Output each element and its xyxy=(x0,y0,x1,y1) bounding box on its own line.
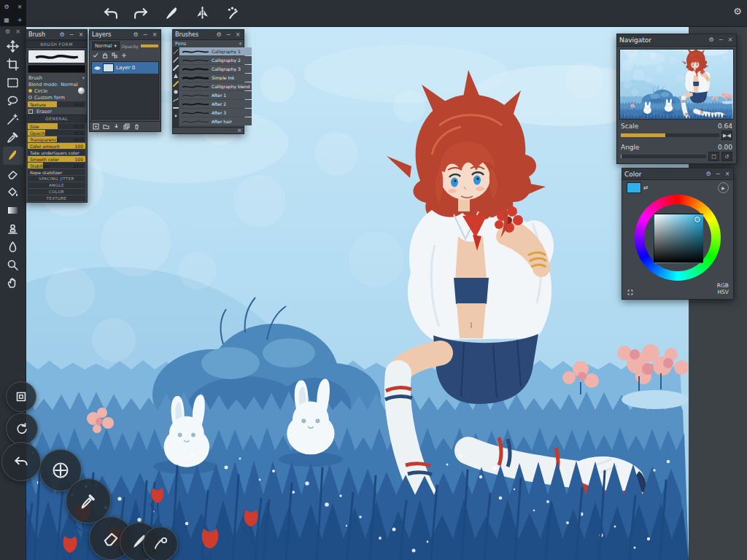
eraser-option[interactable]: Eraser xyxy=(26,108,87,114)
layer-row[interactable]: Layer 0 xyxy=(92,62,158,74)
opacity-slider[interactable]: Opacity30.0 xyxy=(28,130,85,136)
layer-opacity-slider[interactable] xyxy=(141,44,158,47)
brush-preset[interactable]: After 3 xyxy=(179,109,252,117)
move-lock-icon[interactable] xyxy=(121,52,127,58)
smooth-color-slider[interactable]: Smooth color100 xyxy=(28,156,85,162)
minimize-icon[interactable]: − xyxy=(714,171,721,177)
crop-marks-icon[interactable] xyxy=(627,289,634,296)
color-wheel[interactable] xyxy=(635,195,721,281)
plus-icon[interactable]: + xyxy=(18,17,23,23)
pen-icon[interactable] xyxy=(173,65,179,71)
brush-panel-header[interactable]: Brush ⚙−× xyxy=(26,30,87,40)
color-amount-slider[interactable]: Color amount100 xyxy=(28,143,85,149)
brushes-panel-header[interactable]: Brushes ⚙−× xyxy=(173,30,244,40)
take-underlayers-toggle[interactable]: Take underlayers color xyxy=(28,149,85,155)
alpha-lock-icon[interactable] xyxy=(112,52,117,58)
pen-icon[interactable] xyxy=(173,49,179,55)
brush-settings-quick-button[interactable] xyxy=(143,526,178,560)
gear-icon[interactable]: ⚙ xyxy=(58,32,66,38)
tool-gradient[interactable] xyxy=(3,201,23,219)
brush-preset[interactable]: Calligraphy 2 xyxy=(179,56,252,64)
close-icon[interactable]: × xyxy=(727,37,734,43)
tool-eyedropper[interactable] xyxy=(3,128,23,147)
navigator-thumbnail[interactable] xyxy=(619,49,734,120)
brush-mode-button[interactable] xyxy=(160,2,182,24)
saturation-value-box[interactable] xyxy=(654,214,703,263)
current-color-swatch[interactable] xyxy=(627,182,641,193)
brush-preset[interactable]: Simple Ink xyxy=(179,74,252,82)
brush-preset[interactable]: After 2 xyxy=(179,100,252,108)
navigator-panel-header[interactable]: Navigator ⚙−× xyxy=(617,34,736,47)
scale-value[interactable]: 0.64 xyxy=(718,122,732,130)
gear-icon[interactable]: ⚙ xyxy=(708,37,715,43)
brush-preset-list[interactable]: Calligraphy 1 Calligraphy 2 Calligraphy … xyxy=(179,47,252,127)
brush-row[interactable]: Brush▾ xyxy=(26,74,87,81)
brush-preset[interactable]: Calligraphy 1 xyxy=(179,47,252,55)
grid-icon[interactable]: ▦ xyxy=(4,17,9,23)
minimize-icon[interactable]: − xyxy=(142,32,149,38)
scatter-brush-button[interactable] xyxy=(222,2,244,24)
tool-clone[interactable] xyxy=(3,219,23,238)
gear-icon[interactable]: ⚙ xyxy=(132,32,139,38)
stabilizer-slider[interactable]: Stabilizer27.5 xyxy=(28,163,85,168)
scale-slider[interactable] xyxy=(621,133,719,137)
layers-panel-header[interactable]: Layers ⚙−× xyxy=(90,30,160,40)
pen-icon[interactable] xyxy=(173,97,179,103)
gear-icon[interactable]: ⚙ xyxy=(705,171,712,177)
tool-crop[interactable] xyxy=(3,55,23,74)
eye-icon[interactable] xyxy=(94,65,101,71)
brush-preset[interactable]: After 1 xyxy=(179,91,252,99)
undo-quick-button[interactable] xyxy=(1,442,41,481)
frame-button[interactable] xyxy=(6,381,36,412)
minimize-icon[interactable]: − xyxy=(68,32,75,38)
brush-preset[interactable]: Calligraphy blend xyxy=(179,82,252,90)
close-icon[interactable]: × xyxy=(724,171,731,177)
tool-move[interactable] xyxy=(3,37,23,55)
layer-list[interactable]: Layer 0 xyxy=(91,61,159,120)
angle-value[interactable]: 0.00 xyxy=(718,144,732,151)
mirror-brush-button[interactable] xyxy=(191,2,213,24)
color-panel-header[interactable]: Color ⚙−× xyxy=(622,168,733,180)
brush-preset[interactable]: After hair xyxy=(179,117,252,125)
hsv-mode-label[interactable]: HSV xyxy=(717,289,729,295)
collapsed-section[interactable]: COLOR xyxy=(28,189,85,195)
close-icon[interactable]: × xyxy=(151,32,158,38)
tool-hand[interactable] xyxy=(3,274,23,292)
nib-icon[interactable] xyxy=(173,73,179,79)
tool-eraser[interactable] xyxy=(3,165,23,183)
new-folder-icon[interactable] xyxy=(103,123,109,130)
tool-magic-wand[interactable] xyxy=(3,110,23,128)
brush-preset[interactable]: Calligraphy 3 xyxy=(179,65,252,73)
check-icon[interactable] xyxy=(93,52,98,58)
marker-icon[interactable] xyxy=(173,89,179,95)
minimize-icon[interactable]: − xyxy=(225,32,232,38)
redo-button[interactable] xyxy=(130,2,152,24)
corner-menu[interactable]: ⚙× ▦+ xyxy=(0,0,26,26)
collapsed-section[interactable]: ANGLE xyxy=(28,182,85,188)
menu-icon[interactable]: ≡ xyxy=(237,128,241,133)
pen-icon[interactable] xyxy=(173,57,179,63)
shape-custom-option[interactable]: Custom form xyxy=(26,94,87,101)
rgb-mode-label[interactable]: RGB xyxy=(717,282,729,289)
close-icon[interactable]: × xyxy=(15,28,20,35)
rotate-canvas-button[interactable] xyxy=(6,413,38,445)
tool-lasso[interactable] xyxy=(3,92,23,110)
close-icon[interactable]: × xyxy=(234,32,241,38)
tool-rect-select[interactable] xyxy=(3,74,23,92)
size-slider[interactable]: Size52.3 xyxy=(28,123,85,129)
color-selector-dot[interactable] xyxy=(694,217,700,222)
shape-circle-option[interactable]: Circle xyxy=(26,88,87,94)
texture-slider[interactable]: Texture50.0 xyxy=(28,101,85,107)
close-icon[interactable]: × xyxy=(77,32,85,38)
flip-horizontal-icon[interactable]: ▶◀ xyxy=(721,131,732,140)
play-icon[interactable]: ▶ xyxy=(718,182,729,193)
new-layer-icon[interactable] xyxy=(93,123,99,130)
pen-icon[interactable] xyxy=(173,113,179,119)
fit-view-icon[interactable]: □ xyxy=(708,152,719,161)
gear-icon[interactable]: ⚙ xyxy=(4,4,9,10)
undo-button[interactable] xyxy=(99,2,121,24)
pen-icon[interactable] xyxy=(173,105,179,111)
layer-blend-select[interactable]: Normal▾ xyxy=(92,42,120,50)
brush-stroke-preview[interactable] xyxy=(28,50,85,63)
tool-brush[interactable] xyxy=(3,147,23,165)
